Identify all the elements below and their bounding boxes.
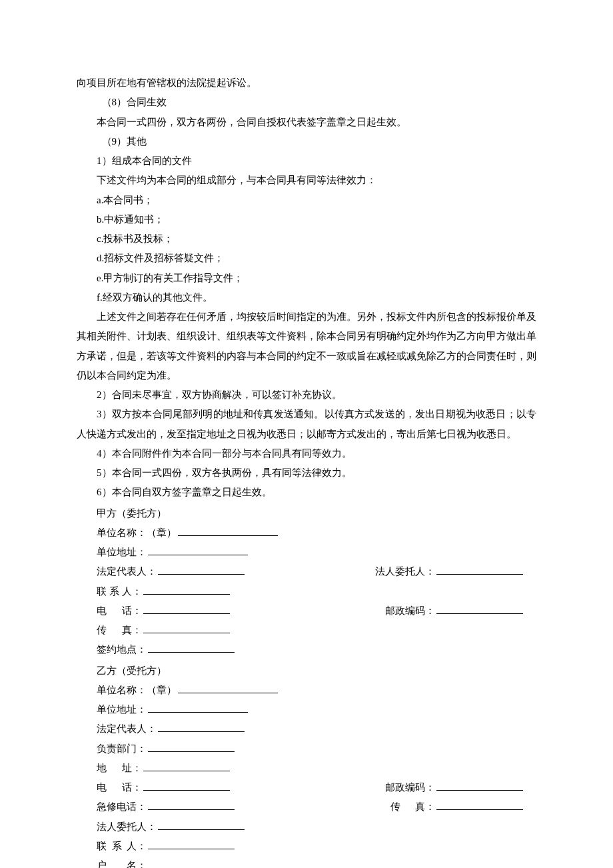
phone-label: 电 话： [97,778,142,797]
legal-rep-label: 法定代表人： [97,562,157,581]
blank-field [148,742,235,752]
blank-field [148,545,248,555]
unit-addr-label: 单位地址： [97,543,147,562]
unit-addr-label: 单位地址： [97,700,147,719]
unit-name-label: 单位名称：（章） [97,681,177,700]
blank-field [143,604,230,614]
blank-field [148,839,235,849]
legal-agent-label: 法人委托人： [375,566,435,577]
para: 上述文件之间若存在任何矛盾，均按较后时间指定的为准。另外，投标文件内所包含的投标… [77,307,536,385]
legal-agent-label: 法人委托人： [97,817,157,837]
para: 5）本合同一式四份，双方各执两份，具有同等法律效力。 [77,463,536,483]
para: 下述文件均为本合同的组成部分，与本合同具有同等法律效力： [77,171,536,190]
contact-label: 联 系 人： [97,582,142,601]
fax-label: 传 真： [97,621,142,640]
fax-label: 传 真： [390,801,436,812]
emerg-phone-label: 急修电话： [97,797,147,817]
signature-block-b: 乙方（受托方） 单位名称：（章） 单位地址： 法定代表人： 负责部门： 地 址：… [77,661,536,869]
blank-field [143,781,230,791]
para: 2）合同未尽事宜，双方协商解决，可以签订补充协议。 [77,385,536,405]
contact-label: 联 系 人： [97,837,147,856]
list-item: f.经双方确认的其他文件。 [77,288,536,307]
para: 3）双方按本合同尾部列明的地址和传真发送通知。以传真方式发送的，发出日期视为收悉… [77,405,536,444]
blank-field [436,781,523,791]
para: （9）其他 [77,132,536,151]
para: 1）组成本合同的文件 [77,151,536,171]
list-item: c.投标书及投标； [77,229,536,249]
blank-field [436,565,523,575]
blank-field [178,683,278,693]
blank-field [148,703,248,713]
para: 向项目所在地有管辖权的法院提起诉讼。 [77,73,536,93]
postcode-label: 邮政编码： [385,782,435,793]
document-body: 向项目所在地有管辖权的法院提起诉讼。 （8）合同生效 本合同一式四份，双方各两份… [77,73,536,503]
para: 本合同一式四份，双方各两份，合同自授权代表签字盖章之日起生效。 [77,113,536,132]
list-item: e.甲方制订的有关工作指导文件； [77,269,536,288]
blank-field [148,643,235,653]
blank-field [158,722,245,732]
party-b-header: 乙方（受托方） [97,661,167,681]
para: 4）本合同附件作为本合同一部分与本合同具有同等效力。 [77,444,536,463]
acct-name-label: 户 名： [97,856,147,868]
signature-block-a: 甲方（委托方） 单位名称：（章） 单位地址： 法定代表人： 法人委托人： 联 系… [77,504,536,660]
addr-label: 地 址： [97,759,142,778]
blank-field [148,800,235,810]
postcode-label: 邮政编码： [385,605,435,616]
dept-label: 负责部门： [97,739,147,759]
para: 6）本合同自双方签字盖章之日起生效。 [77,483,536,502]
blank-field [178,526,278,536]
blank-field [436,800,523,810]
blank-field [436,604,523,614]
blank-field [158,820,245,830]
list-item: b.中标通知书； [77,210,536,229]
unit-name-label: 单位名称：（章） [97,523,177,543]
list-item: a.本合同书； [77,191,536,210]
blank-field [148,859,235,868]
blank-field [143,585,230,595]
sign-place-label: 签约地点： [97,640,147,659]
para: （8）合同生效 [77,93,536,112]
party-a-header: 甲方（委托方） [97,504,167,523]
blank-field [158,565,245,575]
blank-field [143,761,230,771]
blank-field [143,623,230,633]
list-item: d.招标文件及招标答疑文件； [77,249,536,268]
legal-rep-label: 法定代表人： [97,719,157,739]
phone-label: 电 话： [97,601,142,621]
